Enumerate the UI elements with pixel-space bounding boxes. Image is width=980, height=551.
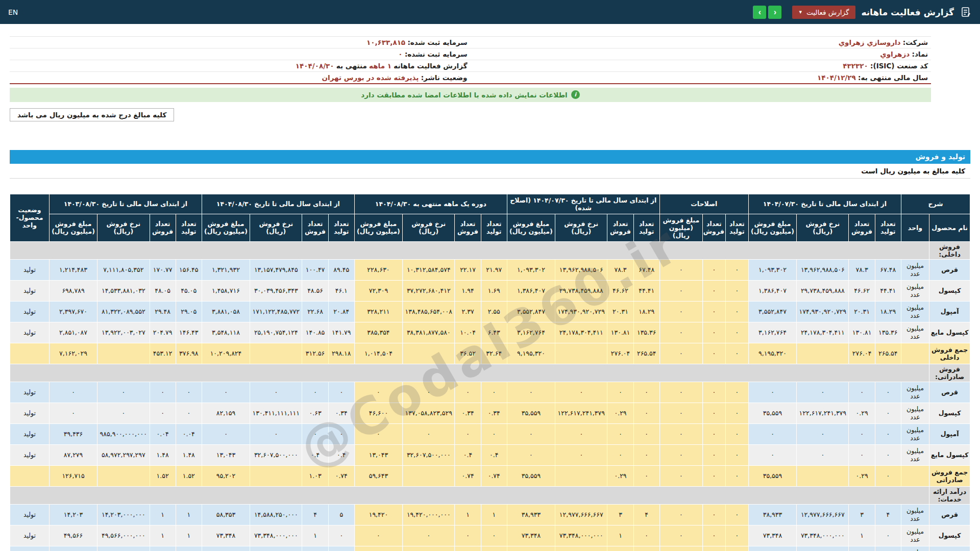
value-cell: ۱۰,۲۰۹,۸۲۴ [202,343,250,364]
value-cell [97,465,150,486]
value-cell: ۰ [150,403,176,423]
registered-capital-label: سرمایه ثبت شده: [407,38,467,46]
value-cell: ۰.۴ [481,444,507,465]
value-cell: ۶۷.۴۸ [875,259,901,280]
value-cell: ۰ [176,403,202,423]
product-name-cell: کپسول مایع [929,444,970,465]
value-cell: ۳۱۲.۵۶ [302,343,328,364]
isic-value: ۴۳۲۳۲۰ [843,62,868,70]
value-cell: ۰ [659,525,702,546]
value-cell: ۲۹,۷۳۸,۴۵۹,۸۸۸ [555,280,607,301]
product-unit-cell: میلیون عدد [901,382,929,403]
value-cell: ۰ [354,546,402,551]
value-cell [555,465,607,486]
value-cell: ۲۰.۸۴ [328,301,354,322]
value-cell: ۰ [659,322,702,343]
value-cell: ۰ [555,423,607,444]
value-cell: ۷۲,۳۰۹ [354,280,402,301]
nav-back-button[interactable]: ‹ [768,6,781,19]
column-header: تعداد تولید [328,214,354,241]
column-header: تعداد تولید [725,214,748,241]
value-cell: ۱۹,۴۲۰ [354,504,402,525]
value-cell: ۳۷۶.۹۸ [176,343,202,364]
product-unit-cell: میلیون عدد [901,259,929,280]
value-cell: ۰ [875,423,901,444]
value-cell: ۲ [328,546,354,551]
navbar-left-group: EN [8,7,18,17]
value-cell: ۰ [702,465,725,486]
symbol-cell: نماد: دزهراوي [471,48,932,60]
value-cell: ۰ [633,525,659,546]
value-cell: ۳ [849,504,875,525]
value-cell: ۲۶۵.۵۴ [875,343,901,364]
table-row: آمپولمیلیون عدد۲۳۴۷,۵۸۹,۶۶۶,۶۶۷۱۴۲,۷۶۹۰۰… [10,546,970,551]
value-cell: ۰ [202,423,250,444]
value-cell: ۳,۱۶۲,۷۶۴ [748,322,796,343]
section-row: درآمد ارائه خدمات: [10,486,970,504]
production-table-body: فروش داخلی:قرصمیلیون عدد۶۷.۴۸۷۸.۳۱۳,۹۶۲,… [10,241,970,551]
value-cell: ۰ [725,322,748,343]
value-cell: ۱۰۰.۴۷ [302,259,328,280]
value-cell [250,343,302,364]
value-cell: ۰ [49,403,97,423]
value-cell: ۰ [748,444,796,465]
value-cell: ۴۷,۵۸۹,۶۶۶,۶۶۷ [797,546,849,551]
value-cell: ۱ [607,525,633,546]
product-name-cell: جمع فروش داخلی [929,343,970,364]
issuer-status-cell: وضعیت ناشر: پذیرفته شده در بورس تهران [10,72,471,84]
value-cell: ۳۸,۳۸۱,۸۷۷,۵۸۰ [403,322,455,343]
value-cell: ۰ [725,525,748,546]
value-cell: ۱ [150,525,176,546]
section-filler-cell [10,364,929,382]
value-cell: ۲۲.۶۸ [302,301,328,322]
value-cell: ۱ [150,546,176,551]
production-table-wrap: @Codal360.ir شرحاز ابتدای سال مالی تا تا… [10,194,970,551]
value-cell: ۳۵,۰۰۲ [49,546,97,551]
value-cell: ۱۴۲,۷۶۹ [202,546,250,551]
product-name-cell: قرص [929,259,970,280]
value-cell: ۲۷۶.۰۴ [607,343,633,364]
value-cell: ۰ [633,444,659,465]
value-cell: ۱۲,۹۷۷,۶۶۶,۶۶۷ [797,504,849,525]
value-cell: ۰ [702,301,725,322]
value-cell: ۰ [659,546,702,551]
value-cell: ۵۸,۳۵۳ [202,504,250,525]
value-cell: ۰ [633,465,659,486]
value-cell: ۲.۵۵ [481,301,507,322]
value-cell: ۸۷,۲۷۹ [49,444,97,465]
product-name-cell: کپسول مایع [929,322,970,343]
value-cell: ۰ [659,259,702,280]
column-header: مبلغ فروش (میلیون ریال) [659,214,702,241]
value-cell: ۱ [176,546,202,551]
value-cell: ۰ [328,382,354,403]
value-cell: ۳۹,۴۳۶ [49,423,97,444]
nav-forward-button[interactable]: › [753,6,766,19]
value-cell: ۰ [875,382,901,403]
value-cell: ۱ [150,504,176,525]
value-cell: ۷۳,۳۴۸ [507,525,555,546]
product-name-header: نام محصول [929,214,970,241]
symbol-label: نماد: [912,50,928,58]
value-cell: ۰ [702,322,725,343]
value-cell: ۱,۳۲۱,۹۳۲ [202,259,250,280]
report-type-dropdown[interactable]: گزارش فعالیت ▾ [792,6,855,19]
value-cell: ۳۸۵,۳۵۴ [354,322,402,343]
value-cell: ۳۸,۹۳۳ [507,504,555,525]
value-cell: ۰ [302,382,328,403]
column-header: تعداد فروش [150,214,176,241]
issuer-status-label: وضعیت ناشر: [421,73,468,82]
value-cell: ۱.۵۲ [150,465,176,486]
value-cell: ۰ [507,423,555,444]
value-cell: ۴۵۳.۱۲ [150,343,176,364]
value-cell: ۰ [702,382,725,403]
value-cell: ۰ [702,525,725,546]
language-toggle[interactable]: EN [8,8,18,16]
company-cell: شرکت: داروسازي زهراوي [471,37,932,48]
value-cell: ۹۸۵,۹۰۰,۰۰۰,۰۰۰ [97,423,150,444]
value-cell: ۱,۰۹۳,۳۰۲ [507,259,555,280]
value-cell: ۲۹.۰۵ [176,301,202,322]
status-column-header: وضعیت محصول-واحد [10,194,50,241]
top-navbar: گزارش فعالیت ماهانه گزارش فعالیت ▾ ‹ › E… [0,0,980,24]
value-cell: ۳۵,۵۵۹ [507,465,555,486]
value-cell: ۰ [150,382,176,403]
